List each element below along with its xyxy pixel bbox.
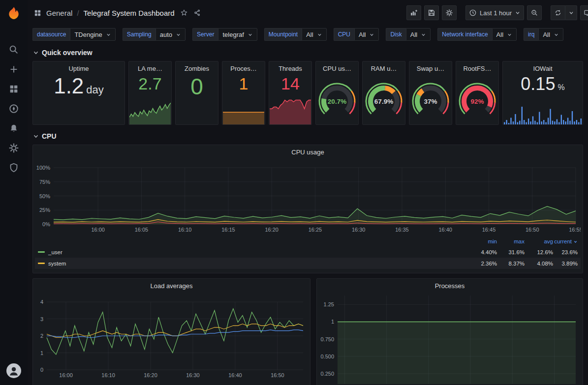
variable-value-dropdown[interactable]: All [538,28,563,41]
page-title[interactable]: Telegraf System Dashboard [84,9,175,17]
series-toggle[interactable]: _user [38,249,467,255]
legend-col-current[interactable]: current [553,238,578,244]
sort-caret-icon [573,239,578,244]
dashboard-settings-button[interactable] [442,5,457,20]
user-avatar[interactable] [6,363,21,378]
variable-irq: irq All [524,28,563,41]
panel-la-medium: LA me… 2.7 [128,61,172,125]
stat-value: 2.7 [129,75,171,101]
explore-icon[interactable] [8,103,19,114]
svg-text:4: 4 [40,299,43,305]
cpu-usage-chart[interactable]: 100%75%50%25%0%16:0016:0516:1016:1516:20… [35,159,581,237]
stat-value: 0.15 % [503,75,583,106]
variable-value-dropdown[interactable]: All [354,28,379,41]
svg-text:92%: 92% [470,98,484,105]
variable-label: Mountpoint [264,28,302,41]
refresh-button[interactable] [551,5,565,20]
search-icon[interactable] [8,44,19,55]
variable-datasource: datasource TDengine [32,28,116,41]
panel-title[interactable]: RootFS… [456,61,498,75]
svg-text:25%: 25% [39,207,50,213]
dashboards-icon[interactable] [8,84,19,94]
legend-col-min[interactable]: min [467,238,497,244]
load-averages-chart[interactable]: 4321016:0016:1016:2016:3016:4016:50 [35,293,308,385]
gauge: 20.7% [316,74,358,123]
svg-text:16:50: 16:50 [271,372,284,378]
svg-text:16:00: 16:00 [91,227,105,233]
svg-text:16:00: 16:00 [59,372,73,378]
processes-chart[interactable]: 1.2510.7500.5000.25016:0016:1016:2016:30… [319,293,581,385]
cycle-view-button[interactable] [580,5,588,20]
panel-title[interactable]: Swap u… [409,61,452,75]
variable-label: datasource [32,28,70,41]
legend-col-max[interactable]: max [497,238,525,244]
variable-network-interface: Network interface All [437,28,517,41]
panel-iowait: IOWait 0.15 % [502,61,583,125]
chevron-down-icon [32,133,39,140]
tv-icon [584,9,588,17]
variable-value-dropdown[interactable]: TDengine [70,28,115,41]
panel-title[interactable]: Uptime [33,61,124,75]
variable-server: Server telegraf [192,28,257,41]
series-toggle[interactable]: system [38,261,467,267]
chevron-down-icon [507,32,512,37]
variable-label: Disk [386,28,405,41]
legend-min: 2.36% [467,261,497,267]
chevron-down-icon [421,32,426,37]
panel-title[interactable]: Processes [317,279,583,293]
panel-title[interactable]: CPU usage [33,145,583,159]
legend-avg: 1.19% [525,272,553,273]
chevron-down-icon [106,32,111,37]
panel-title[interactable]: Threads [269,61,311,75]
panel-uptime: Uptime 1.2 day [32,61,125,125]
panel-zombies: Zombies 0 [175,61,218,125]
alerting-icon[interactable] [8,123,19,134]
panel-title[interactable]: RAM u… [363,61,405,75]
row-header-cpu[interactable]: CPU [32,131,583,142]
variable-value-dropdown[interactable]: All [406,28,431,41]
series-color-swatch [38,251,45,253]
panel-title[interactable]: Zombies [176,61,218,75]
time-range-picker[interactable]: Last 1 hour [465,5,524,20]
save-dashboard-button[interactable] [424,5,439,20]
panel-title[interactable]: Load averages [33,279,310,293]
variable-value-dropdown[interactable]: All [492,28,517,41]
variable-disk: Disk All [386,28,431,41]
grafana-logo[interactable] [5,6,22,23]
add-icon[interactable] [8,64,19,75]
svg-text:0.750: 0.750 [320,336,334,342]
legend-col-avg[interactable]: avg [525,238,553,244]
add-panel-button[interactable] [406,5,421,20]
svg-text:1: 1 [331,319,334,325]
variable-label: irq [524,28,538,41]
svg-text:100%: 100% [36,165,50,171]
time-range-label: Last 1 hour [480,9,512,17]
variable-value-dropdown[interactable]: telegraf [218,28,257,41]
panel-title[interactable]: CPU us… [316,61,358,75]
settings-icon[interactable] [8,143,19,153]
breadcrumb-folder[interactable]: General [46,9,72,17]
panel-title[interactable]: Proces… [222,61,265,75]
star-icon[interactable] [180,9,188,17]
security-icon[interactable] [8,162,19,173]
refresh-icon [554,9,562,17]
panel-title[interactable]: IOWait [503,61,583,75]
variable-sampling: Sampling auto [123,28,186,41]
legend-row: system 2.36% 8.37% 4.08% 3.89% [35,258,581,269]
series-toggle[interactable]: iowait [38,272,467,273]
zoom-out-button[interactable] [527,5,542,20]
quick-overview-row: Uptime 1.2 day LA me… 2.7 Zombies 0 Proc… [32,61,583,125]
share-icon[interactable] [193,9,201,17]
toolbar: Last 1 hour [406,5,588,20]
variable-cpu: CPU All [334,28,379,41]
row-header-quick-overview[interactable]: Quick overview [32,47,583,58]
variable-value-dropdown[interactable]: All [302,28,326,41]
variable-mountpoint: Mountpoint All [264,28,327,41]
panel-load-averages: Load averages 4321016:0016:1016:2016:301… [32,278,310,385]
legend-avg: 12.6% [525,249,553,255]
panel-title[interactable]: LA me… [129,61,171,75]
stat-value: 14 [269,75,311,98]
refresh-interval-dropdown[interactable] [565,5,577,20]
gauge: 37% [409,74,452,123]
svg-text:20.7%: 20.7% [328,98,346,105]
